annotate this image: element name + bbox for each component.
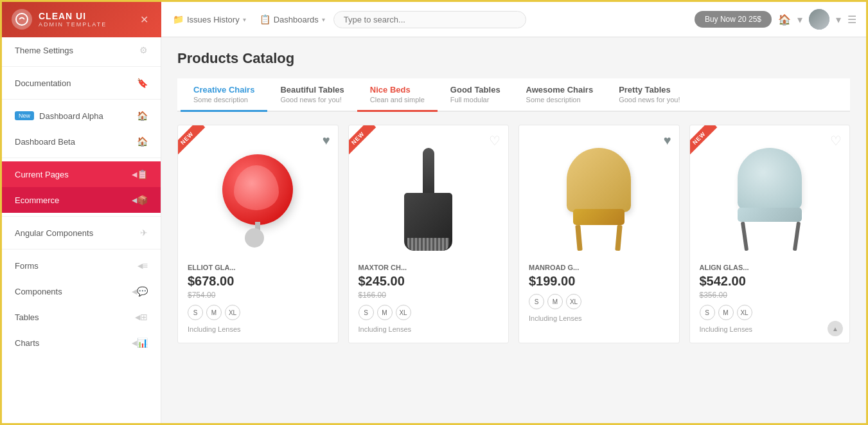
sidebar-label: Charts: [15, 338, 132, 348]
sidebar: Theme Settings ⚙ Documentation 🔖 New Das…: [2, 37, 161, 423]
size-s-4[interactable]: S: [700, 305, 715, 320]
product-card-4: ♡ ALIGN GLAS... $542.00 $356.00 S M: [689, 125, 851, 343]
product-name-1: ELLIOT GLA...: [188, 264, 328, 271]
plasticchair-leg2: [793, 222, 801, 251]
rocket-icon: ✈: [140, 228, 148, 238]
sidebar-item-theme-settings[interactable]: Theme Settings ⚙: [2, 37, 161, 63]
home-icon[interactable]: 🏠: [778, 14, 791, 26]
menu-icon[interactable]: ☰: [847, 14, 856, 26]
product-old-price-2: $166.00: [359, 291, 499, 300]
home-icon: 🏠: [137, 136, 148, 147]
ball-chair-base: [245, 228, 264, 248]
size-m-3[interactable]: M: [547, 294, 563, 309]
sidebar-item-tables[interactable]: Tables ◀ ⊞: [2, 304, 161, 330]
size-xl-2[interactable]: XL: [396, 305, 411, 320]
brand-logo-area: CLEAN UI ADMIN TEMPLATE ✕: [2, 2, 161, 37]
product-old-price-4: $356.00: [700, 291, 840, 300]
sidebar-item-dashboard-beta[interactable]: Dashboard Beta 🏠: [2, 129, 161, 154]
sidebar-item-components[interactable]: Components ◀ 💬: [2, 278, 161, 304]
sidebar-label: Forms: [15, 261, 137, 271]
sidebar-item-dashboard-alpha[interactable]: New Dashboard Alpha 🏠: [2, 103, 161, 129]
arrow-left-icon: ◀: [132, 196, 137, 204]
sidebar-label: Tables: [15, 312, 135, 322]
size-xl-3[interactable]: XL: [566, 294, 581, 309]
heart-button-3[interactable]: ♥: [664, 133, 671, 148]
tab-good-tables[interactable]: Good Tables Full modular: [438, 78, 513, 112]
page-title: Products Catalog: [177, 50, 850, 67]
sidebar-item-documentation[interactable]: Documentation 🔖: [2, 70, 161, 96]
size-xl-4[interactable]: XL: [737, 305, 752, 320]
search-input[interactable]: [333, 11, 526, 28]
product-price-row-2: $245.00: [359, 274, 499, 289]
tab-pretty-tables[interactable]: Pretty Tables Good news for you!: [606, 78, 693, 112]
sidebar-item-angular-components[interactable]: Angular Components ✈: [2, 220, 161, 246]
size-s-3[interactable]: S: [529, 294, 544, 309]
ecommerce-icon: 📦: [137, 195, 148, 205]
sidebar-item-current-pages[interactable]: Current Pages ◀ 📋: [2, 161, 161, 187]
heart-button-2[interactable]: ♡: [489, 133, 500, 149]
size-options-3: S M XL: [529, 294, 669, 309]
brand-title: CLEAN UI: [39, 11, 107, 21]
sidebar-item-forms[interactable]: Forms ◀ ≡: [2, 253, 161, 278]
sidebar-item-charts[interactable]: Charts ◀ 📊: [2, 330, 161, 356]
product-name-3: MANROAD G...: [529, 264, 669, 271]
woodchair-back: [567, 148, 631, 212]
size-options-4: S M XL: [700, 305, 840, 320]
dustpan-brush: [407, 238, 449, 251]
main-layout: Theme Settings ⚙ Documentation 🔖 New Das…: [2, 37, 866, 423]
sidebar-label: Current Pages: [15, 170, 132, 179]
divider: [2, 249, 161, 249]
navbar-right: Buy Now 20 25$ 🏠 ▾ ▾ ☰: [685, 9, 866, 30]
navbar-nav: 📁 Issues History ▾ 📋 Dashboards ▾: [161, 11, 685, 28]
size-options-1: S M XL: [188, 305, 328, 320]
tab-desc: Good news for you!: [280, 96, 344, 104]
arrow-left-icon: ◀: [137, 262, 143, 270]
charts-icon: 📊: [137, 338, 148, 348]
dashboards-caret-icon: ▾: [322, 16, 325, 23]
sidebar-label: Components: [15, 287, 132, 296]
heart-button-4[interactable]: ♡: [830, 133, 842, 149]
product-price-1: $678.00: [188, 274, 234, 289]
size-m-2[interactable]: M: [377, 305, 393, 320]
product-price-3: $199.00: [529, 274, 575, 289]
nav-issues-label: Issues History: [187, 15, 240, 24]
components-icon: 💬: [137, 286, 148, 296]
sidebar-close-button[interactable]: ✕: [137, 10, 152, 29]
nav-issues-history[interactable]: 📁 Issues History ▾: [168, 11, 251, 28]
product-card-1: ♥ ELLIOT GLA... $678.00 $754.00 S M: [177, 125, 339, 343]
product-grid: ♥ ELLIOT GLA... $678.00 $754.00 S M: [177, 125, 850, 343]
tab-beautiful-tables[interactable]: Beautiful Tables Good news for you!: [267, 78, 357, 112]
caret-icon: ▾: [797, 14, 802, 26]
sidebar-label: Documentation: [15, 78, 137, 88]
size-s-1[interactable]: S: [188, 305, 203, 320]
tab-label: Creative Chairs: [193, 85, 254, 95]
size-xl-1[interactable]: XL: [225, 305, 240, 320]
size-m-4[interactable]: M: [718, 305, 734, 320]
sidebar-label: Angular Components: [15, 228, 140, 238]
sidebar-item-ecommerce[interactable]: Ecommerce ◀ 📦: [2, 187, 161, 213]
arrow-left-icon: ◀: [135, 313, 140, 321]
tab-nice-beds[interactable]: Nice Beds Clean and simple: [357, 78, 438, 112]
dustpan-visual: [400, 148, 457, 251]
scroll-up-button[interactable]: ▲: [828, 321, 843, 336]
tab-creative-chairs[interactable]: Creative Chairs Some description: [181, 78, 267, 112]
tab-desc: Good news for you!: [619, 96, 680, 104]
product-old-price-1: $754.00: [188, 291, 328, 300]
heart-button-1[interactable]: ♥: [323, 133, 330, 148]
product-price-2: $245.00: [359, 274, 405, 289]
tab-desc: Full modular: [450, 96, 500, 104]
product-tabs: Creative Chairs Some description Beautif…: [177, 78, 850, 112]
size-m-1[interactable]: M: [206, 305, 222, 320]
arrow-left-icon: ◀: [132, 339, 137, 347]
nav-dashboards[interactable]: 📋 Dashboards ▾: [254, 11, 330, 28]
forms-icon: ≡: [143, 260, 148, 271]
including-text-4: Including Lenses: [700, 325, 840, 333]
buy-now-button[interactable]: Buy Now 20 25$: [695, 11, 772, 28]
tables-icon: ⊞: [140, 312, 148, 322]
size-s-2[interactable]: S: [359, 305, 374, 320]
avatar[interactable]: [809, 9, 829, 30]
new-ribbon-4: [690, 125, 729, 164]
tab-awesome-chairs[interactable]: Awesome Chairs Some description: [513, 78, 607, 112]
product-price-row-4: $542.00: [700, 274, 840, 289]
tab-desc: Clean and simple: [370, 96, 425, 104]
